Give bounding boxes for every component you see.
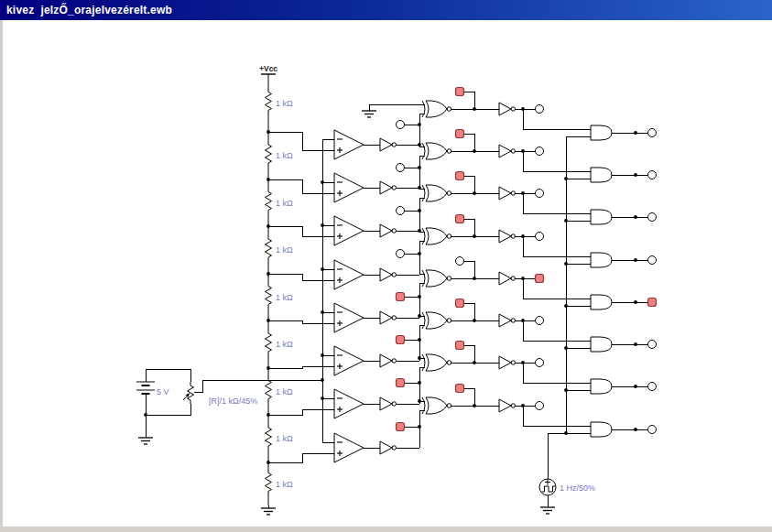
not-gate-body[interactable]	[499, 145, 511, 157]
probe-unlit[interactable]	[648, 256, 657, 265]
resistor-zigzag[interactable]	[266, 74, 272, 132]
output-inverter-2[interactable]	[499, 145, 516, 157]
output-inverter-1[interactable]	[499, 103, 516, 115]
comparator-8[interactable]	[334, 433, 364, 462]
probe-and-out-5[interactable]	[648, 299, 657, 307]
probe-inverter-out-6[interactable]	[536, 317, 544, 325]
probe-xnor-out-6[interactable]	[456, 299, 464, 308]
not-gate-body[interactable]	[380, 441, 392, 454]
xnor-gate-2[interactable]	[422, 143, 451, 159]
not-gate-body[interactable]	[380, 397, 392, 410]
probe-and-out-4[interactable]	[648, 256, 657, 265]
not-gate-body[interactable]	[499, 187, 511, 200]
probe-unlit[interactable]	[648, 129, 657, 137]
resistor-5[interactable]: 1 kΩ	[266, 274, 294, 320]
xnor-body[interactable]	[426, 312, 447, 329]
resistor-4[interactable]: 1 kΩ	[266, 226, 294, 274]
probe-unlit[interactable]	[536, 359, 544, 367]
xnor-gate-4[interactable]	[422, 228, 451, 244]
probe-and-out-7[interactable]	[648, 383, 657, 391]
probe-and-out-2[interactable]	[648, 171, 657, 179]
probe-xnor-out-2[interactable]	[456, 130, 464, 138]
probe-node-3[interactable]	[397, 207, 405, 215]
probe-unlit[interactable]	[536, 190, 544, 198]
and-body[interactable]	[591, 422, 612, 437]
probe-inverter-out-1[interactable]	[536, 105, 544, 114]
probe-xnor-out-8[interactable]	[456, 385, 464, 393]
probe-lit[interactable]	[456, 130, 464, 138]
probe-inverter-out-4[interactable]	[536, 233, 544, 241]
comparator-5[interactable]	[334, 303, 364, 332]
probe-lit[interactable]	[397, 423, 405, 431]
battery[interactable]: 5 V	[136, 382, 169, 396]
and-gate-5[interactable]	[591, 295, 612, 309]
pot-zigzag[interactable]	[188, 382, 194, 404]
probe-node-1[interactable]	[397, 121, 405, 129]
probe-unlit[interactable]	[648, 383, 657, 391]
xnor-gate-7[interactable]	[422, 354, 451, 371]
and-gate-2[interactable]	[591, 168, 612, 182]
probe-and-out-1[interactable]	[648, 129, 657, 137]
probe-and-out-3[interactable]	[648, 213, 657, 222]
probe-inverter-out-3[interactable]	[536, 190, 544, 198]
probe-unlit[interactable]	[397, 250, 405, 258]
ground-symbol[interactable]	[138, 438, 153, 444]
comparator-2[interactable]	[334, 173, 364, 202]
and-gate-6[interactable]	[591, 337, 612, 352]
and-body[interactable]	[591, 253, 612, 267]
xnor-body[interactable]	[426, 101, 447, 117]
probe-lit[interactable]	[456, 88, 464, 96]
probe-unlit[interactable]	[536, 105, 544, 114]
xnor-gate-1[interactable]	[422, 101, 451, 117]
and-gate-8[interactable]	[591, 422, 612, 437]
probe-unlit[interactable]	[397, 164, 405, 172]
probe-lit[interactable]	[456, 172, 464, 180]
output-inverter-3[interactable]	[499, 187, 516, 200]
xnor-gate-3[interactable]	[422, 185, 451, 201]
resistor-1[interactable]: 1 kΩ	[266, 74, 294, 132]
not-gate-body[interactable]	[499, 399, 511, 412]
probe-xnor-out-7[interactable]	[456, 342, 464, 350]
not-gate-body[interactable]	[499, 314, 511, 327]
xnor-gate-8[interactable]	[422, 397, 451, 414]
buffer-inverter-8[interactable]	[380, 441, 396, 454]
probe-inverter-out-2[interactable]	[536, 147, 544, 156]
ground-symbol[interactable]	[261, 508, 276, 515]
comparator-7[interactable]	[334, 389, 364, 418]
probe-lit[interactable]	[648, 299, 657, 307]
buffer-inverter-2[interactable]	[380, 181, 396, 194]
probe-lit[interactable]	[397, 336, 405, 344]
probe-inverter-out-8[interactable]	[536, 402, 544, 410]
probe-xnor-out-5[interactable]	[456, 257, 464, 266]
probe-unlit[interactable]	[648, 426, 657, 434]
and-body[interactable]	[591, 125, 612, 140]
buffer-inverter-4[interactable]	[380, 268, 396, 281]
xnor-body[interactable]	[426, 270, 447, 287]
clock-source[interactable]: 1 Hz/50%	[539, 479, 595, 495]
not-gate-body[interactable]	[499, 230, 511, 243]
resistor-zigzag[interactable]	[266, 462, 272, 505]
probe-lit[interactable]	[536, 275, 544, 283]
probe-node-8[interactable]	[397, 423, 405, 431]
and-gate-1[interactable]	[591, 125, 612, 140]
resistor-zigzag[interactable]	[266, 368, 272, 415]
probe-unlit[interactable]	[536, 317, 544, 325]
probe-xnor-out-1[interactable]	[456, 88, 464, 96]
potentiometer[interactable]: [R]/1 kΩ/45%	[183, 382, 257, 406]
probe-node-6[interactable]	[397, 336, 405, 344]
resistor-zigzag[interactable]	[266, 274, 272, 320]
xnor-gate-6[interactable]	[422, 312, 451, 329]
opamp-body[interactable]	[334, 433, 364, 462]
probe-node-5[interactable]	[397, 293, 405, 301]
resistor-zigzag[interactable]	[266, 415, 272, 462]
probe-xnor-out-3[interactable]	[456, 172, 464, 180]
comparator-3[interactable]	[334, 216, 364, 245]
resistor-zigzag[interactable]	[266, 179, 272, 226]
probe-node-7[interactable]	[397, 379, 405, 387]
comparator-6[interactable]	[334, 346, 364, 375]
buffer-inverter-5[interactable]	[380, 311, 396, 324]
resistor-8[interactable]: 1 kΩ	[266, 415, 294, 462]
not-gate-body[interactable]	[380, 311, 392, 324]
xnor-body[interactable]	[426, 354, 447, 371]
resistor-3[interactable]: 1 kΩ	[266, 179, 294, 226]
